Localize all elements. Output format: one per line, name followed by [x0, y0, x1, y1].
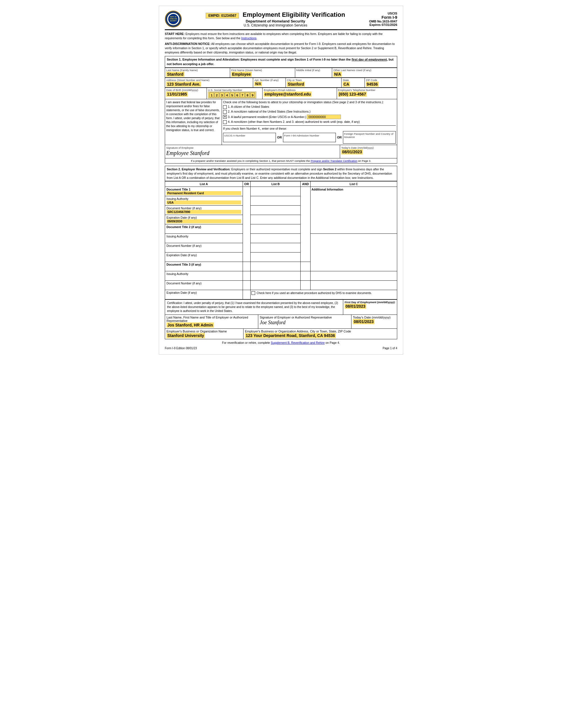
doc-title-1-row: Document Title 1 Permanent Resident Card… [165, 187, 397, 196]
ssn-digit-1: 1 [210, 92, 214, 98]
list-b-issuing-1 [251, 196, 300, 206]
alt-proc-text: Check here if you used an alternative pr… [257, 291, 372, 295]
checkbox-2[interactable] [223, 110, 227, 114]
doc-num-2-cell: Document Number (if any) [165, 243, 243, 253]
alt-proc-checkbox[interactable] [252, 291, 255, 295]
form-header: DEPT. OF HOMELAND SECURITY ★ ★ ★ EMPID: … [165, 11, 397, 28]
exp-date-2-label: Expiration Date (if any) [167, 253, 241, 257]
other-names-label: Other Last Names Used (if any) [333, 69, 396, 72]
phone-label: Employee's Telephone Number [338, 88, 396, 92]
list-b-num-2 [251, 243, 300, 253]
exp-date-3-cell: Expiration Date (if any) [165, 290, 243, 299]
and-separator: AND [300, 181, 310, 187]
list-table: List A OR List B AND List C Document Tit… [165, 181, 397, 299]
and-col-3b [300, 271, 310, 281]
doc-title-1-label: Document Title 1 [167, 188, 241, 191]
email-value: employee@stanford.edu [264, 92, 312, 97]
preparer-link[interactable]: Preparer and/or Translator Certification [310, 159, 357, 162]
exp-date-2-value [167, 257, 241, 261]
list-c-4 [310, 281, 397, 290]
list-b-exp-2 [251, 253, 300, 262]
doc-title-3-cell: Document Title 3 (if any) [165, 262, 243, 271]
svg-text:SECURITY: SECURITY [170, 20, 177, 22]
list-b-header: List B [251, 181, 300, 187]
state-label: State [343, 78, 363, 82]
passport-label: Foreign Passport Number and Country of I… [344, 132, 395, 138]
supplement-link[interactable]: Supplement B, Reverification and Rehire [271, 341, 325, 344]
doc-title-2-label: Document Title 2 (if any) [167, 225, 241, 229]
and-col-3 [300, 262, 310, 271]
uscis-a-label: USCIS A-Number [224, 134, 275, 137]
i94-value [284, 137, 335, 141]
doc-num-1-value: SRC1234567890 [167, 210, 241, 214]
middle-initial-cell: Middle Initial (if any) [295, 68, 332, 78]
i94-col: Form I-94 Admission Number [283, 133, 336, 142]
start-here-notice: START HERE: Employers must ensure the fo… [165, 32, 397, 40]
phone-cell: Employee's Telephone Number (650) 123-45… [337, 88, 397, 99]
middle-initial-value [296, 72, 331, 76]
exp-date-2-cell: Expiration Date (if any) [165, 253, 243, 262]
address-label: Address (Street Number and Name) [166, 78, 252, 82]
checkbox-row-2: 2. A noncitizen national of the United S… [223, 110, 396, 114]
uscis-a-col: USCIS A-Number [223, 133, 276, 142]
ssn-digit-2: 2 [215, 92, 219, 98]
middle-initial-label: Middle Initial (if any) [296, 69, 331, 72]
first-day-col: First Day of Employment (mm/dd/yyyy): 08… [343, 300, 397, 315]
form-number: Form I-9 [369, 15, 397, 20]
exp-date-3-label: Expiration Date (if any) [167, 291, 241, 294]
checkbox-4[interactable] [223, 120, 227, 124]
doc-num-3-row: Document Number (if any) [165, 281, 397, 290]
doc-num-2-label: Document Number (if any) [167, 244, 241, 247]
ssn-digit-4: 4 [225, 92, 229, 98]
sig-right: Today's Date (mm/dd/yyyy) 08/01/2023 [340, 145, 397, 158]
list-c-3 [310, 271, 397, 281]
first-name-cell: First Name (Given Name) Employee [230, 68, 295, 78]
page-number: Page 1 of 4 [383, 347, 397, 350]
apt-value: N/A [254, 82, 262, 86]
employer-row: Last Name, First Name and Title of Emplo… [165, 315, 397, 329]
checkbox-row-4: 4. A noncitizen (other than Item Numbers… [223, 120, 396, 124]
and-col [300, 187, 310, 262]
and-col-3c [300, 281, 310, 290]
apt-label: Apt. Number (if any) [254, 78, 284, 82]
alt-proc-row: Check here if you used an alternative pr… [252, 291, 396, 295]
or-separator: OR [243, 181, 251, 187]
expires: Expires 07/31/2026 [369, 23, 397, 26]
or-col-3c [243, 281, 251, 290]
checkbox-row-3: ✕ 3. A lawful permanent resident (Enter … [223, 115, 396, 119]
instructions-link[interactable]: Instructions [241, 36, 257, 40]
employee-signature: Employee Stanford [166, 149, 339, 157]
ssn-digit-6: 6 [235, 92, 240, 98]
doc-title-3-value [167, 266, 241, 270]
doc-num-1-label: Document Number (if any) [167, 206, 241, 210]
supplement-link-row: For reverification or rehire, complete S… [165, 341, 397, 344]
dob-label: Date of Birth (mm/dd/yyyy) [166, 88, 206, 92]
issuing-auth-2-value [167, 238, 241, 242]
other-names-cell: Other Last Names Used (if any) N/A [332, 68, 397, 78]
passport-col: Foreign Passport Number and Country of I… [343, 131, 396, 144]
attestation-wrapper: I am aware that federal law provides for… [165, 99, 397, 145]
ssn-digit-5: 5 [230, 92, 235, 98]
doc-num-1-cell: Document Number (if any) SRC1234567890 [165, 206, 243, 215]
svg-text:HOMELAND: HOMELAND [170, 18, 177, 20]
state-value: CA [343, 82, 350, 87]
issuing-auth-1-cell: Issuing Authority USA [165, 196, 243, 206]
issuing-auth-2-row: Issuing Authority [165, 234, 397, 243]
checkbox-3[interactable]: ✕ [223, 115, 227, 119]
signature-label: Signature of Employee [166, 146, 339, 149]
i94-label: Form I-94 Admission Number [284, 134, 335, 137]
form-i9-page: DEPT. OF HOMELAND SECURITY ★ ★ ★ EMPID: … [159, 6, 403, 355]
empid-badge: EMPID: 01234567 [206, 13, 239, 18]
issuing-auth-2-label: Issuing Authority [167, 235, 241, 238]
org-row: Employer's Business or Organization Name… [165, 329, 397, 339]
zip-cell: ZIP Code 94536 [364, 78, 397, 88]
doc-title-1-cell: Document Title 1 Permanent Resident Card [165, 187, 243, 196]
item4-instruction: If you check Item Number 4., enter one o… [223, 127, 396, 130]
org-address-cell: Employer's Business or Organization Addr… [244, 329, 397, 339]
org-name-cell: Employer's Business or Organization Name… [165, 329, 244, 339]
section2-header: Section 2. Employer Review and Verificat… [165, 166, 397, 181]
employer-date-cell: Today's Date (mm/dd/yyyy) 08/01/2023 [351, 315, 397, 328]
state-cell: State CA [341, 78, 364, 88]
other-names-value: N/A [333, 72, 342, 77]
checkbox-1[interactable] [223, 105, 227, 109]
